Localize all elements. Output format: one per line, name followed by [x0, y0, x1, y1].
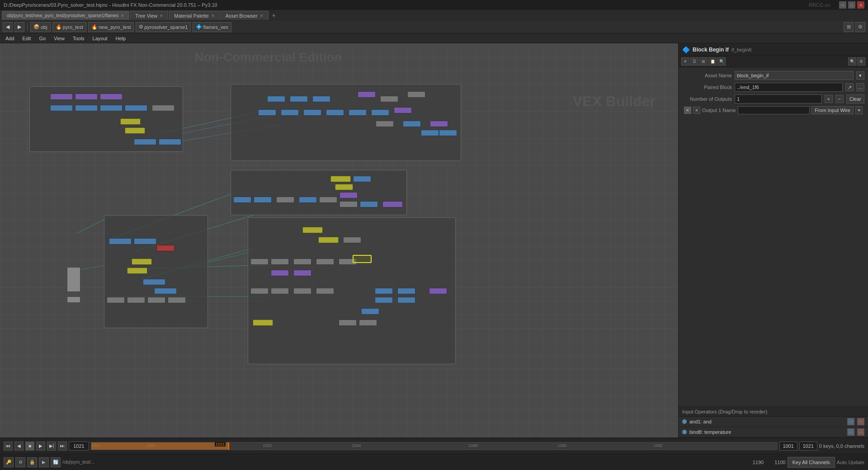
next-frame-button[interactable]: ▶| — [47, 442, 56, 451]
tab-tree-view[interactable]: Tree View ✕ — [130, 11, 168, 20]
node-mid-y2[interactable] — [335, 184, 353, 190]
node-tr-g1[interactable] — [380, 96, 398, 102]
node-mid-p2[interactable] — [382, 201, 403, 207]
node-br-g7[interactable] — [250, 288, 269, 294]
tab-material-close[interactable]: ✕ — [211, 14, 215, 18]
node-tr-b8[interactable] — [349, 109, 367, 116]
status-icon-3[interactable]: 🔒 — [27, 457, 37, 467]
node-tr-b3[interactable] — [312, 96, 330, 102]
minimize-button[interactable]: ─ — [839, 1, 846, 9]
node-br-p2[interactable] — [293, 270, 311, 276]
node-lm-g3[interactable] — [147, 297, 165, 303]
op-action-and1-1[interactable]: ⋯ — [847, 418, 854, 425]
tab-main-close[interactable]: ✕ — [121, 14, 124, 18]
node-small-left[interactable] — [67, 267, 80, 292]
range-start-input[interactable] — [779, 442, 797, 451]
node-br-y2[interactable] — [318, 237, 339, 243]
node-lm-g1[interactable] — [107, 297, 125, 303]
node-blue-tl-5[interactable] — [134, 139, 156, 145]
path-new-pyro-test[interactable]: 🔥 new_pyro_test — [88, 22, 134, 32]
tab-asset-browser[interactable]: Asset Browser ✕ — [221, 11, 269, 20]
node-br-selected[interactable] — [353, 255, 372, 263]
menu-view[interactable]: View — [50, 34, 68, 43]
layout-icon-button[interactable]: ⊞ — [844, 22, 854, 32]
node-mid-b4[interactable] — [299, 197, 317, 203]
paired-block-browse[interactable]: … — [856, 83, 864, 91]
op-action-and1-2[interactable]: ⋯ — [857, 418, 864, 425]
node-tr-b9[interactable] — [371, 109, 389, 116]
node-mid-g3[interactable] — [340, 201, 358, 207]
output-name-input[interactable] — [738, 106, 810, 114]
op-action-bind8-2[interactable]: ⋯ — [857, 428, 864, 436]
settings-icon-button[interactable]: ⚙ — [855, 22, 865, 32]
nav-forward-button[interactable]: ▶ — [14, 22, 24, 32]
op-action-bind8-1[interactable]: ⋯ — [847, 428, 854, 436]
menu-add[interactable]: Add — [2, 34, 18, 43]
node-blue-tl-1[interactable] — [50, 105, 73, 111]
menu-help[interactable]: Help — [112, 34, 130, 43]
node-br-p3[interactable] — [429, 288, 447, 294]
node-graph[interactable]: Non-Commercial Edition VEX Builder — [0, 43, 678, 437]
node-purple-3[interactable] — [100, 94, 123, 100]
menu-layout[interactable]: Layout — [89, 34, 111, 43]
node-br-g2[interactable] — [250, 258, 269, 265]
output-x-button[interactable]: ✕ — [684, 107, 691, 114]
node-tr-p3[interactable] — [430, 121, 448, 127]
node-tr-p1[interactable] — [358, 91, 376, 98]
tab-material-palette[interactable]: Material Palette ✕ — [169, 11, 219, 20]
node-br-g11[interactable] — [339, 320, 357, 326]
node-lm-r1[interactable] — [156, 245, 175, 251]
tab-asset-close[interactable]: ✕ — [260, 14, 264, 18]
panel-icon-btn-1[interactable]: ✕ — [681, 57, 689, 66]
node-blue-tl-3[interactable] — [100, 105, 123, 111]
node-purple-1[interactable] — [50, 94, 73, 100]
node-tr-b1[interactable] — [267, 96, 285, 102]
node-yellow-tl-2[interactable] — [125, 127, 145, 134]
node-lm-y1[interactable] — [132, 258, 152, 265]
path-pyro-test[interactable]: 🔥 pyro_test — [52, 22, 86, 32]
node-lm-b2[interactable] — [134, 238, 156, 244]
clear-button[interactable]: Clear — [846, 94, 864, 103]
menu-tools[interactable]: Tools — [69, 34, 88, 43]
node-lm-b1[interactable] — [109, 238, 132, 244]
node-small-left-2[interactable] — [67, 296, 80, 303]
range-end-input[interactable] — [799, 442, 817, 451]
go-start-button[interactable]: ⏮ — [4, 442, 13, 451]
node-lm-y2[interactable] — [127, 268, 147, 274]
path-obj[interactable]: 📦 obj — [30, 22, 51, 32]
node-lm-b4[interactable] — [154, 288, 177, 294]
node-br-b4[interactable] — [397, 297, 415, 303]
node-tr-b6[interactable] — [303, 109, 321, 116]
tab-tree-close[interactable]: ✕ — [160, 14, 163, 18]
node-br-g10[interactable] — [316, 288, 334, 294]
paired-block-jump[interactable]: ↗ — [845, 83, 854, 91]
node-br-g1[interactable] — [343, 237, 361, 243]
node-tr-b12[interactable] — [439, 130, 457, 136]
output-num-button[interactable]: ≡ — [693, 107, 700, 114]
panel-icon-btn-2[interactable]: ☰ — [690, 57, 698, 66]
node-br-g12[interactable] — [359, 320, 377, 326]
status-icon-5[interactable]: 🔄 — [51, 457, 61, 467]
node-mid-b3[interactable] — [254, 197, 272, 203]
nav-back-button[interactable]: ◀ — [3, 22, 13, 32]
panel-search-btn[interactable]: 🔍 — [848, 57, 856, 66]
node-purple-2[interactable] — [75, 94, 98, 100]
tab-main[interactable]: obj/pyro_test/new_pyro_test/pyrosolver_s… — [2, 11, 129, 20]
node-br-g4[interactable] — [293, 258, 311, 265]
node-blue-tl-6[interactable] — [159, 139, 181, 145]
status-icon-2[interactable]: ⚙ — [15, 457, 25, 467]
node-br-g9[interactable] — [293, 288, 311, 294]
node-lm-b3[interactable] — [143, 279, 165, 285]
path-pyrosolver[interactable]: ⚙ pyrosolver_sparse1 — [136, 22, 191, 32]
node-tr-b10[interactable] — [403, 121, 421, 127]
from-input-wire-button[interactable]: From Input Wire — [811, 106, 854, 114]
node-yellow-tl-1[interactable] — [120, 118, 141, 125]
paired-block-input[interactable] — [735, 83, 843, 92]
node-tr-p2[interactable] — [394, 107, 412, 113]
prev-frame-button[interactable]: ◀ — [14, 442, 24, 451]
node-br-b2[interactable] — [397, 288, 415, 294]
tab-add-button[interactable]: + — [269, 11, 278, 20]
panel-icon-btn-3[interactable]: ⊞ — [699, 57, 708, 66]
node-tr-b5[interactable] — [281, 109, 299, 116]
node-tr-g2[interactable] — [407, 91, 425, 98]
